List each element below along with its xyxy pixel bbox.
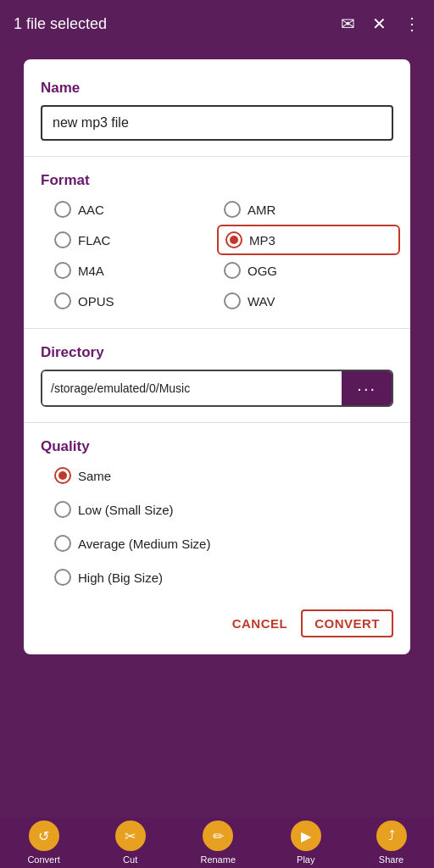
format-label-mp3: MP3 <box>249 233 275 248</box>
format-label-ogg: OGG <box>248 264 277 278</box>
quality-option-high[interactable]: High (Big Size) <box>54 565 393 589</box>
name-input[interactable] <box>41 105 393 141</box>
rename-icon: ✏ <box>203 821 233 851</box>
directory-input-row: /storage/emulated/0/Music ··· <box>41 370 393 407</box>
radio-quality-low <box>54 501 71 518</box>
play-icon: ▶ <box>291 821 321 851</box>
quality-label-high: High (Big Size) <box>78 570 163 585</box>
toolbar-cut-label: Cut <box>123 854 137 865</box>
directory-section-label: Directory <box>41 344 393 361</box>
toolbar-play-label: Play <box>297 854 314 865</box>
quality-option-low[interactable]: Low (Small Size) <box>54 498 393 521</box>
top-bar-actions: ✉ ✕ ⋮ <box>341 14 420 34</box>
format-option-ogg[interactable]: OGG <box>224 259 393 282</box>
format-section-label: Format <box>41 172 393 189</box>
format-label-opus: OPUS <box>78 294 114 309</box>
format-label-aac: AAC <box>78 203 104 217</box>
toolbar-rename-label: Rename <box>200 854 236 865</box>
action-buttons-row: CANCEL CONVERT <box>41 609 393 637</box>
radio-m4a <box>54 262 71 279</box>
toolbar-rename[interactable]: ✏ Rename <box>200 821 236 865</box>
format-option-aac[interactable]: AAC <box>54 198 224 221</box>
directory-path-display: /storage/emulated/0/Music <box>42 371 342 405</box>
toolbar-convert-label: Convert <box>27 854 60 865</box>
convert-icon: ↺ <box>29 821 59 851</box>
directory-section: Directory /storage/emulated/0/Music ··· <box>41 344 393 407</box>
divider-2 <box>24 328 410 329</box>
radio-quality-high <box>54 569 71 586</box>
name-section-label: Name <box>41 80 393 97</box>
format-section: Format AAC AMR FLAC MP3 <box>41 172 393 313</box>
format-options-grid: AAC AMR FLAC MP3 M4A <box>41 198 393 313</box>
toolbar-share-label: Share <box>379 854 403 865</box>
directory-browse-button[interactable]: ··· <box>342 371 392 405</box>
toolbar-convert[interactable]: ↺ Convert <box>27 821 60 865</box>
format-label-m4a: M4A <box>78 264 104 278</box>
more-icon[interactable]: ⋮ <box>403 14 420 34</box>
bottom-toolbar: ↺ Convert ✂ Cut ✏ Rename ▶ Play ⤴ Share <box>0 817 434 868</box>
quality-label-average: Average (Medium Size) <box>78 537 210 551</box>
radio-ogg <box>224 262 241 279</box>
format-option-mp3[interactable]: MP3 <box>217 225 400 255</box>
radio-quality-average <box>54 535 71 552</box>
radio-quality-same <box>54 467 71 484</box>
convert-dialog: Name Format AAC AMR FLAC MP3 <box>24 59 410 654</box>
radio-aac <box>54 201 71 218</box>
toolbar-cut[interactable]: ✂ Cut <box>115 821 146 865</box>
top-bar-title: 1 file selected <box>14 15 107 33</box>
format-option-flac[interactable]: FLAC <box>54 228 224 252</box>
quality-option-same[interactable]: Same <box>54 464 393 487</box>
radio-mp3 <box>225 231 242 248</box>
top-bar: 1 file selected ✉ ✕ ⋮ <box>0 0 434 47</box>
cut-icon: ✂ <box>115 821 146 851</box>
convert-button[interactable]: CONVERT <box>301 609 393 637</box>
browse-dots-icon: ··· <box>357 379 376 398</box>
format-label-wav: WAV <box>248 294 275 309</box>
radio-opus <box>54 292 71 309</box>
divider-3 <box>24 422 410 423</box>
cancel-button[interactable]: CANCEL <box>232 616 288 631</box>
quality-section: Quality Same Low (Small Size) Average (M… <box>41 438 393 589</box>
format-option-m4a[interactable]: M4A <box>54 259 224 282</box>
radio-flac <box>54 231 71 248</box>
quality-label-low: Low (Small Size) <box>78 503 174 517</box>
toolbar-share[interactable]: ⤴ Share <box>376 821 407 865</box>
share-icon: ⤴ <box>376 821 407 851</box>
format-label-amr: AMR <box>248 203 275 217</box>
quality-option-average[interactable]: Average (Medium Size) <box>54 531 393 555</box>
toolbar-play[interactable]: ▶ Play <box>291 821 321 865</box>
format-option-opus[interactable]: OPUS <box>54 289 224 313</box>
format-label-flac: FLAC <box>78 233 110 248</box>
radio-wav <box>224 292 241 309</box>
quality-label-same: Same <box>78 469 111 483</box>
format-option-wav[interactable]: WAV <box>224 289 393 313</box>
email-icon[interactable]: ✉ <box>341 14 355 34</box>
divider-1 <box>24 156 410 157</box>
format-option-amr[interactable]: AMR <box>224 198 393 221</box>
close-icon[interactable]: ✕ <box>372 14 387 34</box>
quality-section-label: Quality <box>41 438 393 455</box>
radio-amr <box>224 201 241 218</box>
quality-options-list: Same Low (Small Size) Average (Medium Si… <box>41 464 393 589</box>
